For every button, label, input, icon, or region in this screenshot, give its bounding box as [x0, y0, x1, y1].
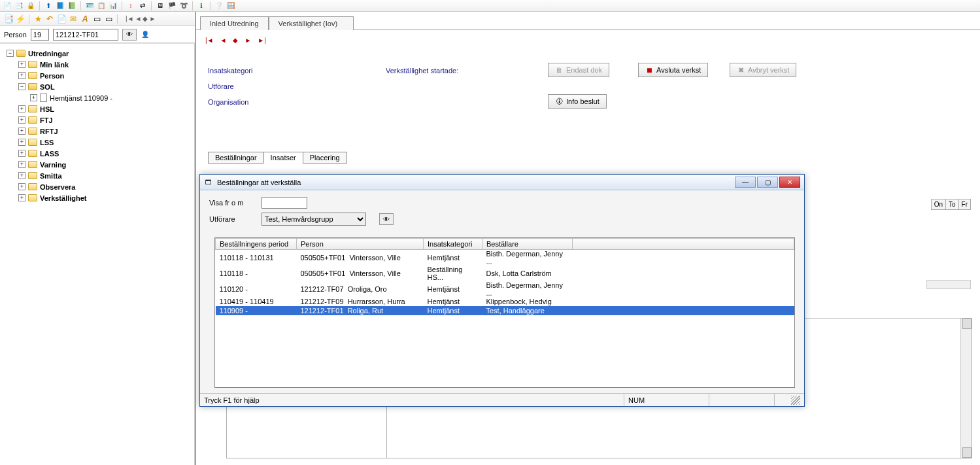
bolt-icon[interactable]: ⚡: [16, 14, 25, 24]
expander-icon[interactable]: +: [18, 183, 25, 190]
col-person[interactable]: Person: [297, 239, 424, 250]
help-icon[interactable]: ❔: [214, 1, 224, 10]
expander-icon[interactable]: +: [18, 161, 25, 168]
expander-icon[interactable]: +: [18, 128, 25, 135]
col-insatskategori[interactable]: Insatskategori: [424, 239, 482, 250]
subtab-insatser[interactable]: Insatser: [263, 152, 303, 164]
tab-inled[interactable]: Inled Utredning: [200, 16, 269, 30]
table-row[interactable]: 110118 - 050505+TF01 Vintersson, Ville B…: [216, 266, 794, 281]
tb-icon[interactable]: 📗: [67, 1, 76, 10]
rec-next-icon[interactable]: ►: [245, 37, 251, 44]
tb-icon[interactable]: 🖥: [156, 1, 165, 10]
expander-icon[interactable]: +: [18, 139, 25, 146]
expander-icon[interactable]: +: [18, 150, 25, 157]
resize-grip-icon[interactable]: [791, 396, 800, 405]
expander-icon[interactable]: +: [18, 72, 25, 79]
tb-icon[interactable]: 📋: [97, 1, 106, 10]
tb-icon[interactable]: 🔒: [26, 1, 35, 10]
tree-root[interactable]: Utredningar: [28, 50, 69, 58]
expander-icon[interactable]: +: [18, 194, 25, 201]
tree-item[interactable]: Varning: [40, 161, 66, 169]
info-beslut-button[interactable]: 🛈Info beslut: [548, 94, 607, 109]
tree-item[interactable]: SOL: [40, 83, 55, 91]
col-bestallare[interactable]: Beställare: [482, 239, 573, 250]
mail-icon[interactable]: ✉: [69, 14, 78, 24]
tree-item[interactable]: LSS: [40, 139, 54, 146]
expander-icon[interactable]: +: [30, 94, 37, 101]
dialog-icon: 🗔: [204, 178, 213, 187]
table-row[interactable]: 110118 - 110131 050505+TF01 Vintersson, …: [216, 250, 794, 266]
tree-item[interactable]: HSL: [40, 105, 54, 113]
expander-icon[interactable]: +: [18, 172, 25, 179]
doc-icon[interactable]: 📄: [57, 14, 66, 24]
subtab-placering[interactable]: Placering: [303, 152, 347, 164]
dialog-titlebar[interactable]: 🗔 Beställningar att verkställa — ▢ ✕: [200, 175, 804, 190]
rec-first-icon[interactable]: |◄: [205, 37, 214, 44]
tb-icon[interactable]: 📊: [109, 1, 118, 10]
close-button[interactable]: ✕: [779, 177, 800, 188]
utforare-select[interactable]: Test, Hemvårdsgrupp: [262, 213, 366, 226]
tb-icon[interactable]: 🏴: [167, 1, 177, 10]
tb-icon[interactable]: ⬆: [44, 1, 53, 10]
folder-icon[interactable]: ▭: [104, 14, 113, 24]
tb-icon[interactable]: ℹ: [197, 1, 206, 10]
tb-icon[interactable]: 📄: [3, 1, 12, 10]
expander-icon[interactable]: −: [7, 50, 14, 57]
vscrollbar[interactable]: [960, 319, 972, 458]
hscrollbar[interactable]: [926, 280, 971, 289]
tb-icon[interactable]: 🪪: [85, 1, 94, 10]
label-utforare: Utförare: [208, 82, 234, 90]
expander-icon[interactable]: −: [18, 83, 25, 90]
expander-icon[interactable]: +: [18, 105, 25, 112]
subtab-bestallningar[interactable]: Beställningar: [208, 152, 264, 164]
tree-item[interactable]: FTJ: [40, 116, 53, 124]
tb-icon[interactable]: ➰: [179, 1, 188, 10]
tree-item[interactable]: LASS: [40, 150, 59, 158]
copy-icon[interactable]: 📑: [4, 14, 13, 24]
tab-verkstallighet[interactable]: Verkställighet (Iov): [269, 16, 354, 30]
rec-prev-icon[interactable]: ◄: [220, 37, 227, 44]
endast-dok-button[interactable]: 🗎Endast dok: [548, 63, 609, 77]
rec-last-icon[interactable]: ►|: [258, 37, 266, 44]
tb-icon[interactable]: 📑: [14, 1, 24, 10]
folder-icon: [28, 172, 37, 179]
tree-item[interactable]: Observera: [40, 183, 75, 191]
table-row[interactable]: 110120 - 121212-TF07 Oroliga, Oro Hemtjä…: [216, 281, 794, 297]
undo-icon[interactable]: ↶: [45, 14, 54, 24]
bestallningar-grid[interactable]: Beställningens period Person Insatskateg…: [214, 237, 795, 388]
person-age-input[interactable]: [31, 29, 49, 41]
nav-mid-icon[interactable]: ◆: [143, 15, 148, 22]
view-person-button[interactable]: 👁: [122, 29, 137, 41]
col-period[interactable]: Beställningens period: [216, 239, 297, 250]
wk-fr: Fr: [958, 199, 971, 210]
avsluta-verkst-button[interactable]: ⏹Avsluta verkst: [638, 63, 708, 77]
tree-item[interactable]: Person: [40, 72, 64, 80]
view-utforare-button[interactable]: 👁: [379, 213, 394, 225]
table-row[interactable]: 110419 - 110419 121212-TF09 Hurrarsson, …: [216, 297, 794, 306]
person-id-input[interactable]: [53, 29, 118, 41]
avbryt-verkst-button[interactable]: ✖Avbryt verkst: [730, 63, 796, 77]
maximize-button[interactable]: ▢: [757, 177, 778, 188]
table-row[interactable]: 110909 - 121212-TF01 Roliga, Rut Hemtjän…: [216, 306, 794, 315]
tree-item[interactable]: Hemtjänst 110909 -: [50, 94, 112, 102]
rec-curr-icon[interactable]: ◆: [233, 37, 238, 44]
tree-item[interactable]: Min länk: [40, 61, 69, 69]
page-icon[interactable]: ▭: [92, 14, 101, 24]
tb-icon[interactable]: ↕: [126, 1, 135, 10]
nav-prev-icon[interactable]: ◄: [135, 15, 142, 22]
tb-icon[interactable]: 📘: [56, 1, 65, 10]
font-icon[interactable]: A: [80, 14, 90, 24]
expander-icon[interactable]: +: [18, 116, 25, 124]
nav-next-icon[interactable]: ►: [149, 15, 156, 22]
nav-first-icon[interactable]: |◄: [126, 15, 134, 22]
expander-icon[interactable]: +: [18, 61, 25, 68]
minimize-button[interactable]: —: [735, 177, 756, 188]
tree-item[interactable]: RFTJ: [40, 128, 58, 135]
star-icon[interactable]: ★: [33, 14, 42, 24]
tree-item[interactable]: Verkställighet: [40, 194, 87, 202]
tree-item[interactable]: Smitta: [40, 172, 62, 180]
tree-view[interactable]: −Utredningar +Min länk +Person −SOL +Hem…: [0, 43, 195, 465]
visa-from-input[interactable]: [262, 197, 307, 209]
tb-icon[interactable]: 🪟: [226, 1, 235, 10]
tb-icon[interactable]: ⇄: [138, 1, 147, 10]
